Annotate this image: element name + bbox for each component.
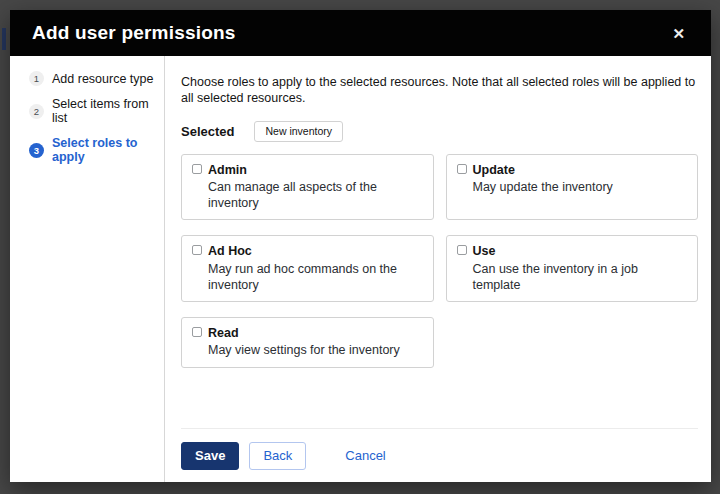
role-name: Update [473,162,613,178]
save-button[interactable]: Save [181,442,239,470]
read-checkbox[interactable] [192,327,202,337]
wizard-step-nav: 1 Add resource type 2 Select items from … [10,56,165,482]
close-icon[interactable]: ✕ [666,22,691,45]
role-description: May view settings for the inventory [208,342,400,358]
step-1-number-badge: 1 [29,71,44,86]
step-2-label: Select items from list [52,97,156,125]
step-2-number-badge: 2 [29,104,44,119]
add-user-permissions-modal: Add user permissions ✕ 1 Add resource ty… [10,10,711,482]
selected-resource-chip: New inventory [254,121,343,142]
modal-title: Add user permissions [32,22,236,44]
step-1-label: Add resource type [52,72,153,86]
role-card-admin[interactable]: Admin Can manage all aspects of the inve… [181,154,434,221]
role-card-adhoc[interactable]: Ad Hoc May run ad hoc commands on the in… [181,235,434,302]
role-name: Ad Hoc [208,243,423,259]
modal-footer: Save Back Cancel [181,428,698,482]
wizard-step-select-items[interactable]: 2 Select items from list [29,97,156,125]
cancel-button[interactable]: Cancel [343,443,387,468]
selected-resources-row: Selected New inventory [181,121,698,142]
step-3-number-badge: 3 [29,143,44,158]
wizard-step-add-resource-type[interactable]: 1 Add resource type [29,71,156,86]
modal-body: 1 Add resource type 2 Select items from … [10,56,711,482]
role-description: May run ad hoc commands on the inventory [208,261,423,294]
role-description: Can use the inventory in a job template [473,261,688,294]
update-checkbox[interactable] [457,164,467,174]
role-description: Can manage all aspects of the inventory [208,179,423,212]
role-card-update[interactable]: Update May update the inventory [446,154,699,221]
background-page-artifact [2,28,6,50]
role-card-use[interactable]: Use Can use the inventory in a job templ… [446,235,699,302]
back-button[interactable]: Back [249,442,306,470]
role-name: Read [208,325,400,341]
adhoc-checkbox[interactable] [192,245,202,255]
spacer [181,368,698,429]
role-description: May update the inventory [473,179,613,195]
role-card-read[interactable]: Read May view settings for the inventory [181,317,434,368]
use-checkbox[interactable] [457,245,467,255]
roles-step-description: Choose roles to apply to the selected re… [181,74,698,107]
wizard-step-select-roles[interactable]: 3 Select roles to apply [29,136,156,164]
selected-label: Selected [181,124,234,139]
roles-grid: Admin Can manage all aspects of the inve… [181,154,698,368]
step-3-label: Select roles to apply [52,136,156,164]
role-name: Admin [208,162,423,178]
admin-checkbox[interactable] [192,164,202,174]
modal-header: Add user permissions ✕ [10,10,711,56]
role-name: Use [473,243,688,259]
step-content: Choose roles to apply to the selected re… [165,56,711,482]
